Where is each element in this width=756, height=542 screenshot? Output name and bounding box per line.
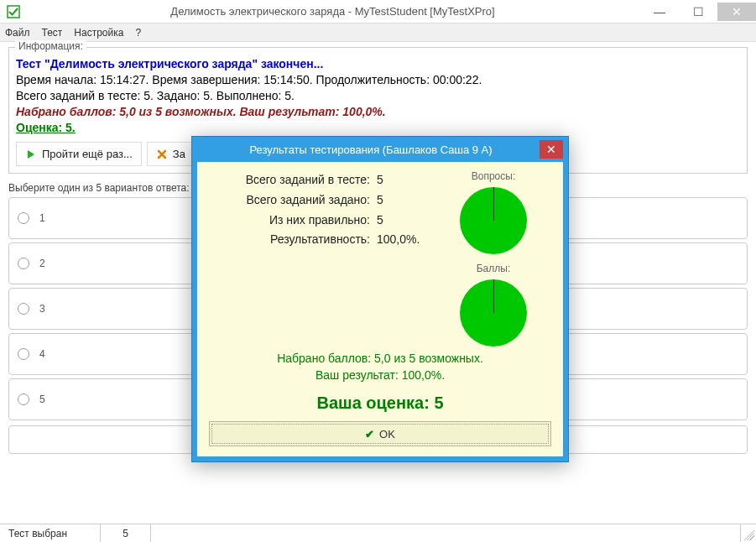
info-label: Информация: bbox=[15, 40, 86, 52]
menu-file[interactable]: Файл bbox=[5, 27, 30, 39]
play-icon bbox=[25, 149, 37, 160]
dialog-titlebar: Результаты тестирования (Башлаков Саша 9… bbox=[192, 137, 568, 162]
menu-settings[interactable]: Настройка bbox=[74, 27, 123, 39]
close-button[interactable]: ✕ bbox=[717, 3, 756, 21]
grade-text: Ваша оценка: 5 bbox=[209, 393, 551, 413]
score-line1: Набрано баллов: 5,0 из 5 возможных. bbox=[209, 352, 551, 365]
close-test-button[interactable]: За bbox=[147, 142, 195, 166]
status-empty bbox=[151, 524, 741, 542]
resize-grip-icon[interactable] bbox=[741, 527, 754, 540]
stat-total-val: 5 bbox=[377, 170, 435, 190]
stat-perf-label: Результативность: bbox=[209, 230, 370, 250]
answer-num: 5 bbox=[39, 393, 45, 405]
info-line5: Оценка: 5. bbox=[16, 120, 740, 136]
answer-num: 1 bbox=[39, 212, 45, 224]
pie-points-label: Баллы: bbox=[477, 263, 511, 274]
answer-num: 4 bbox=[39, 348, 45, 360]
answer-num: 2 bbox=[39, 258, 45, 269]
radio-icon[interactable] bbox=[18, 212, 29, 224]
answer-num: 3 bbox=[39, 303, 45, 315]
window-titlebar: Делимость электрического заряда - MyTest… bbox=[0, 0, 756, 23]
stat-total-label: Всего заданий в тесте: bbox=[209, 170, 370, 190]
radio-icon[interactable] bbox=[18, 393, 29, 405]
app-icon bbox=[7, 5, 20, 18]
retry-button[interactable]: Пройти ещё раз... bbox=[16, 142, 142, 166]
pie-points bbox=[460, 279, 527, 347]
score-line2: Ваш результат: 100,0%. bbox=[209, 368, 551, 382]
menubar: Файл Тест Настройка ? bbox=[0, 23, 756, 42]
ok-button[interactable]: ✔ OK bbox=[209, 421, 551, 446]
stat-asked-label: Всего заданий задано: bbox=[209, 190, 370, 211]
retry-label: Пройти ещё раз... bbox=[42, 148, 133, 160]
maximize-button[interactable]: ☐ bbox=[679, 3, 717, 21]
stat-perf-val: 100,0%. bbox=[377, 230, 435, 250]
status-count: 5 bbox=[101, 524, 151, 542]
menu-test[interactable]: Тест bbox=[42, 27, 63, 39]
pie-questions-label: Вопросы: bbox=[472, 170, 515, 182]
radio-icon[interactable] bbox=[18, 348, 29, 360]
dialog-title: Результаты тестирования (Башлаков Саша 9… bbox=[202, 143, 540, 156]
info-line1: Тест "Делимость электрического заряда" з… bbox=[16, 56, 740, 72]
info-line4: Набрано баллов: 5,0 из 5 возможных. Ваш … bbox=[16, 104, 740, 120]
info-line3: Всего заданий в тесте: 5. Задано: 5. Вып… bbox=[16, 88, 740, 104]
window-title: Делимость электрического заряда - MyTest… bbox=[25, 5, 640, 18]
radio-icon[interactable] bbox=[18, 258, 29, 269]
results-dialog: Результаты тестирования (Башлаков Саша 9… bbox=[191, 136, 569, 462]
menu-help[interactable]: ? bbox=[135, 27, 141, 39]
status-selected: Тест выбран bbox=[0, 524, 101, 542]
minimize-button[interactable]: — bbox=[640, 3, 679, 21]
dialog-close-button[interactable]: ✕ bbox=[540, 140, 563, 159]
ok-label: OK bbox=[379, 428, 395, 440]
check-icon: ✔ bbox=[365, 428, 374, 440]
cancel-icon bbox=[156, 149, 168, 160]
close-test-label: За bbox=[173, 148, 185, 160]
pie-questions bbox=[460, 187, 527, 254]
stat-correct-label: Из них правильно: bbox=[209, 211, 370, 231]
stat-correct-val: 5 bbox=[377, 211, 435, 231]
statusbar: Тест выбран 5 bbox=[0, 524, 756, 542]
radio-icon[interactable] bbox=[18, 303, 29, 315]
info-line2: Время начала: 15:14:27. Время завершения… bbox=[16, 72, 740, 88]
stat-asked-val: 5 bbox=[377, 190, 435, 211]
